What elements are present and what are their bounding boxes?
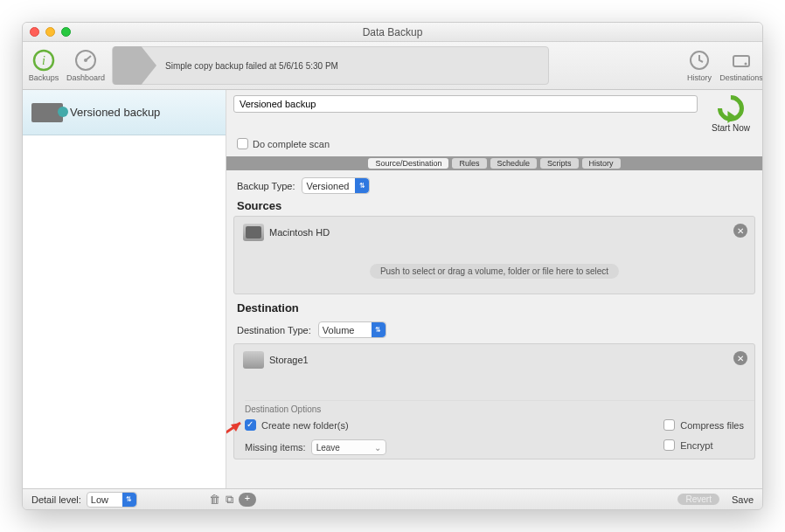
save-button[interactable]: Save: [732, 494, 754, 505]
destination-options-label: Destination Options: [245, 400, 754, 414]
destination-type-value: Volume: [323, 325, 355, 335]
missing-items-select[interactable]: Leave: [311, 439, 386, 455]
dropzone-hint: Push to select or drag a volume, folder …: [370, 264, 619, 279]
main-panel: Start Now Do complete scan Source/Destin…: [226, 90, 762, 488]
status-strip: Simple copy backup failed at 5/6/16 5:30…: [112, 46, 549, 85]
chevron-updown-icon: ⇅: [355, 178, 369, 193]
backup-name-input[interactable]: [233, 95, 698, 113]
chevron-updown-icon: ⇅: [122, 493, 136, 507]
compress-files-label: Compress files: [680, 420, 744, 431]
remove-source-button[interactable]: ✕: [733, 224, 747, 238]
destination-type-label: Destination Type:: [237, 325, 311, 335]
detail-level-label: Detail level:: [31, 494, 81, 505]
source-name: Macintosh HD: [269, 227, 330, 238]
duplicate-icon[interactable]: ⧉: [226, 493, 233, 507]
sidebar-item-label: Versioned backup: [70, 106, 160, 119]
compress-files-checkbox[interactable]: [663, 419, 675, 431]
missing-items-label: Missing items:: [245, 442, 306, 453]
toolbar-backups-label: Backups: [29, 73, 59, 82]
svg-marker-9: [231, 423, 240, 432]
destination-name: Storage1: [269, 355, 309, 365]
toolbar-history-label: History: [687, 73, 712, 82]
footer-bar: Detail level: Low ⇅ 🗑 ⧉ + Revert Save: [23, 488, 762, 509]
svg-line-8: [226, 423, 240, 446]
sources-box: Macintosh HD ✕ Push to select or drag a …: [233, 216, 755, 294]
remove-destination-button[interactable]: ✕: [733, 351, 747, 365]
toolbar-destinations-button[interactable]: Destinations: [720, 42, 762, 89]
tab-history[interactable]: History: [582, 158, 621, 169]
window-title: Data Backup: [23, 26, 762, 38]
create-new-folders-label: Create new folder(s): [261, 420, 349, 431]
destination-heading: Destination: [237, 301, 755, 314]
trash-icon[interactable]: 🗑: [209, 493, 220, 507]
tab-schedule[interactable]: Schedule: [490, 158, 538, 169]
svg-point-7: [745, 63, 747, 66]
toolbar: i Backups Dashboard Simple copy backup f…: [23, 42, 762, 90]
source-row[interactable]: Macintosh HD ✕: [234, 217, 754, 248]
backup-type-select[interactable]: Versioned ⇅: [302, 177, 370, 194]
backup-type-label: Backup Type:: [237, 181, 295, 191]
destination-type-select[interactable]: Volume ⇅: [318, 321, 386, 338]
svg-text:i: i: [42, 54, 45, 67]
refresh-arrow-icon: [712, 90, 749, 127]
encrypt-label: Encrypt: [680, 440, 712, 451]
sidebar: Versioned backup: [23, 90, 226, 488]
info-circle-icon: i: [32, 49, 55, 72]
svg-rect-6: [733, 56, 749, 66]
toolbar-backups-button[interactable]: i Backups: [23, 42, 65, 89]
backup-type-value: Versioned: [306, 181, 349, 191]
toolbar-destinations-label: Destinations: [719, 73, 763, 82]
svg-point-4: [84, 59, 87, 62]
tab-source-destination[interactable]: Source/Destination: [368, 158, 448, 169]
tab-scripts[interactable]: Scripts: [540, 158, 579, 169]
encrypt-checkbox[interactable]: [663, 439, 675, 451]
complete-scan-checkbox[interactable]: [237, 138, 248, 149]
titlebar: Data Backup: [23, 23, 762, 42]
source-dropzone[interactable]: Push to select or drag a volume, folder …: [234, 248, 754, 294]
chevron-updown-icon: ⇅: [372, 322, 386, 337]
sidebar-item-versioned-backup[interactable]: Versioned backup: [23, 90, 226, 135]
gauge-icon: [74, 49, 97, 72]
toolbar-history-button[interactable]: History: [678, 42, 720, 89]
hard-drive-icon: [243, 224, 264, 241]
chevron-right-icon: [113, 46, 156, 85]
revert-button[interactable]: Revert: [677, 494, 719, 505]
destination-box: Storage1 ✕ Destination Options Create ne…: [233, 343, 755, 459]
drive-icon: [730, 49, 753, 72]
toolbar-dashboard-button[interactable]: Dashboard: [65, 42, 107, 89]
tab-strip: Source/Destination Rules Schedule Script…: [226, 156, 762, 170]
missing-items-value: Leave: [316, 443, 340, 453]
destination-row[interactable]: Storage1 ✕: [234, 344, 754, 376]
detail-level-select[interactable]: Low ⇅: [87, 492, 137, 508]
sources-heading: Sources: [237, 199, 755, 212]
backup-plan-icon: [31, 103, 63, 122]
volume-icon: [243, 351, 264, 369]
create-new-folders-checkbox[interactable]: [245, 419, 256, 431]
detail-level-value: Low: [91, 494, 108, 505]
clock-history-icon: [688, 49, 711, 72]
add-button[interactable]: +: [239, 493, 256, 507]
tab-rules[interactable]: Rules: [452, 158, 486, 169]
start-now-button[interactable]: Start Now: [706, 95, 755, 133]
toolbar-dashboard-label: Dashboard: [66, 73, 105, 82]
status-text: Simple copy backup failed at 5/6/16 5:30…: [165, 61, 338, 71]
complete-scan-label: Do complete scan: [253, 139, 330, 149]
start-now-label: Start Now: [712, 123, 750, 133]
